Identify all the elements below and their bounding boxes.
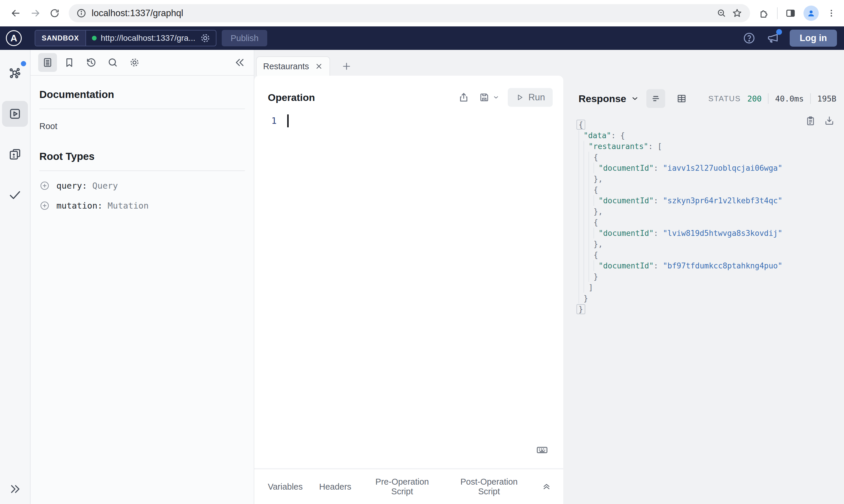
login-button[interactable]: Log in <box>790 30 837 47</box>
browser-toolbar: localhost:1337/graphql <box>0 0 844 26</box>
browser-actions <box>756 5 837 21</box>
bookmark-icon[interactable] <box>60 53 79 72</box>
download-icon[interactable] <box>824 115 835 127</box>
json-token: } <box>593 272 598 281</box>
forward-arrow-icon <box>30 8 40 18</box>
response-json-line: } <box>579 293 837 304</box>
profile-avatar[interactable] <box>804 5 819 21</box>
sidebar-item-explorer[interactable] <box>2 101 28 127</box>
root-type-row-query[interactable]: query: Query <box>39 180 245 191</box>
keyboard-shortcuts-icon[interactable] <box>536 444 549 456</box>
list-view-toggle[interactable] <box>647 89 665 108</box>
help-icon[interactable] <box>743 32 756 44</box>
kebab-menu-icon[interactable] <box>826 8 837 18</box>
endpoint-input[interactable]: http://localhost:1337/gra... <box>86 31 216 46</box>
tab-restaurants[interactable]: Restaurants <box>256 56 330 76</box>
search-icon[interactable] <box>103 53 122 72</box>
indent-guide <box>579 228 584 238</box>
indent-guide <box>588 206 593 217</box>
root-type-row-mutation[interactable]: mutation: Mutation <box>39 200 245 211</box>
sidebar-item-schema-graph[interactable] <box>2 60 28 86</box>
tab-label[interactable]: Restaurants <box>263 61 312 71</box>
response-panel: Response STATUS 200 40.0ms <box>563 76 844 504</box>
json-token: }, <box>593 207 603 216</box>
tab-pre-operation-script[interactable]: Pre-Operation Script <box>368 477 436 497</box>
changelog-docs-icon <box>8 147 22 161</box>
announcements-megaphone-icon[interactable] <box>766 31 780 45</box>
reload-button[interactable] <box>47 5 63 21</box>
share-icon[interactable] <box>458 92 469 103</box>
root-type-field[interactable]: mutation: <box>56 201 103 211</box>
endpoint-url-text[interactable]: http://localhost:1337/gra... <box>101 33 195 43</box>
publish-button[interactable]: Publish <box>222 30 267 46</box>
fold-marker[interactable]: { <box>576 120 585 130</box>
root-type-name[interactable]: Mutation <box>108 201 149 211</box>
zoom-out-icon[interactable] <box>717 8 726 18</box>
response-json-line: { <box>579 184 837 195</box>
json-token: "documentId" <box>599 196 654 205</box>
save-controls[interactable] <box>478 92 500 103</box>
response-title[interactable]: Response <box>579 93 626 105</box>
sidebar-item-changelog[interactable] <box>2 141 28 167</box>
indent-guide <box>579 260 584 271</box>
indent-guide <box>588 217 593 228</box>
person-icon <box>806 8 816 18</box>
new-tab-plus-icon[interactable] <box>341 61 352 72</box>
table-view-toggle[interactable] <box>672 89 691 108</box>
operation-title: Operation <box>268 92 449 103</box>
json-token: "iavv1s2l27uoblqcjai06wga" <box>663 164 782 173</box>
tab-post-operation-script[interactable]: Post-Operation Script <box>453 477 525 497</box>
connection-status-dot <box>92 36 97 40</box>
response-json-line: }, <box>579 206 837 217</box>
circle-plus-icon[interactable] <box>39 180 50 191</box>
divider <box>768 93 769 104</box>
operation-editor[interactable]: 1 <box>254 107 563 468</box>
schema-notification-dot <box>21 61 26 66</box>
root-type-name[interactable]: Query <box>92 181 118 191</box>
operation-footer-tabs: Variables Headers Pre-Operation Script P… <box>254 469 563 504</box>
response-dropdown[interactable]: Response <box>579 93 639 105</box>
run-button[interactable]: Run <box>508 88 553 107</box>
extensions-puzzle-icon[interactable] <box>759 8 770 18</box>
json-token: : <box>654 229 663 238</box>
site-info-icon[interactable] <box>76 8 86 18</box>
response-json[interactable]: {"data": {"restaurants": [{"documentId":… <box>579 119 837 314</box>
indent-guide <box>588 184 593 195</box>
address-bar[interactable]: localhost:1337/graphql <box>69 4 750 22</box>
docs-text-icon[interactable] <box>38 53 57 72</box>
tab-headers[interactable]: Headers <box>319 482 351 492</box>
tab-variables[interactable]: Variables <box>268 482 303 492</box>
root-type-field[interactable]: query: <box>56 181 87 191</box>
indent-guide <box>579 195 584 206</box>
indent-guide <box>579 217 584 228</box>
endpoint-settings-gear-icon[interactable] <box>200 32 211 44</box>
expand-sidebar-chevrons-icon[interactable] <box>8 482 22 496</box>
json-token: "documentId" <box>599 164 654 173</box>
chevron-down-icon <box>493 94 500 101</box>
status-code: 200 <box>747 94 762 103</box>
settings-gear-icon[interactable] <box>125 53 144 72</box>
list-view-icon <box>650 93 661 104</box>
fold-marker[interactable]: } <box>576 304 585 314</box>
json-token: ] <box>588 283 593 292</box>
close-tab-icon[interactable] <box>315 62 323 70</box>
back-button[interactable] <box>7 5 24 21</box>
operation-tabstrip: Restaurants <box>254 50 844 76</box>
documentation-title: Documentation <box>39 89 245 100</box>
json-token: "documentId" <box>599 262 654 270</box>
side-panel-icon[interactable] <box>785 8 796 18</box>
collapse-up-chevrons-icon[interactable] <box>541 482 552 492</box>
history-clock-icon[interactable] <box>82 53 100 72</box>
bookmark-star-icon[interactable] <box>732 8 742 18</box>
collapse-panel-chevrons-icon[interactable] <box>234 56 246 69</box>
sidebar-item-checklist[interactable] <box>2 182 28 208</box>
json-token: }, <box>593 240 603 249</box>
root-link[interactable]: Root <box>39 122 57 131</box>
circle-plus-icon[interactable] <box>39 200 50 211</box>
url-text[interactable]: localhost:1337/graphql <box>92 8 711 18</box>
forward-button[interactable] <box>27 5 44 21</box>
indent-guide <box>584 238 588 249</box>
copy-clipboard-icon[interactable] <box>805 115 816 127</box>
indent-guide <box>579 174 584 184</box>
json-token: { <box>593 251 598 259</box>
